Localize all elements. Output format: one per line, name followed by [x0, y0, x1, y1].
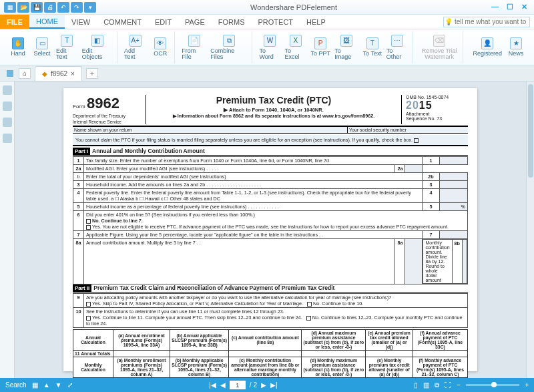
search-panel-icon[interactable] — [3, 118, 12, 127]
line2b-box[interactable] — [439, 173, 467, 181]
hand-tool[interactable]: ✋Hand — [8, 37, 28, 57]
tab-comment[interactable]: COMMENT — [97, 15, 148, 29]
line5-box[interactable]: % — [439, 203, 467, 211]
cell-11d[interactable] — [302, 351, 366, 357]
tell-me-input[interactable] — [443, 17, 530, 27]
cell-11c[interactable] — [229, 351, 302, 357]
close-tab-icon[interactable]: × — [71, 70, 75, 77]
from-file-button[interactable]: 📄From File — [182, 35, 206, 60]
part1-title: Annual and Monthly Contribution Amount — [92, 148, 205, 154]
line8b-box[interactable] — [463, 240, 467, 284]
zoom-out-button[interactable]: − — [457, 381, 461, 389]
ocr-button[interactable]: 👁OCR — [150, 37, 170, 57]
prev-page-button[interactable]: ◀ — [220, 381, 226, 389]
file-menu[interactable]: FILE — [0, 15, 29, 29]
edit-text-tool[interactable]: TEdit Text — [56, 35, 78, 60]
line10-no-checkbox[interactable] — [306, 316, 311, 321]
cell-11b[interactable] — [170, 351, 229, 357]
qat-more-icon[interactable]: ▾ — [84, 2, 96, 13]
combine-files-button[interactable]: ⧉Combine Files — [210, 35, 248, 60]
to-image-button[interactable]: 🖼To Image — [334, 35, 358, 60]
view-fullscreen-icon[interactable]: ⛶ — [445, 381, 451, 389]
to-ppt-button[interactable]: PTo PPT — [310, 37, 330, 57]
tab-page[interactable]: PAGE — [178, 15, 212, 29]
edit-text-label: Edit Text — [56, 48, 78, 60]
add-text-button[interactable]: A+Add Text — [124, 35, 146, 60]
view-single-icon[interactable]: ▯ — [414, 381, 418, 389]
minimize-button[interactable]: — — [491, 3, 499, 11]
line7-box[interactable] — [439, 231, 467, 239]
tab-protect[interactable]: PROTECT — [252, 15, 300, 29]
nav-down-icon[interactable]: ▼ — [55, 381, 62, 389]
attachments-icon[interactable] — [3, 134, 12, 143]
tab-edit[interactable]: EDIT — [148, 15, 178, 29]
close-button[interactable]: ✕ — [521, 3, 527, 11]
qat-redo-icon[interactable]: ↷ — [71, 2, 83, 13]
to-other-button[interactable]: ⋯To Other — [386, 35, 409, 60]
form-number: 8962 — [87, 95, 119, 112]
scrollbar-thumb[interactable] — [528, 84, 533, 178]
nav-grid-icon[interactable]: ▦ — [32, 381, 38, 389]
col-d: (d) Annual maximum premium assistance (s… — [302, 330, 366, 351]
qat-print-icon[interactable]: 🖨 — [44, 2, 56, 13]
new-tab-button[interactable]: + — [86, 68, 98, 79]
line4-box[interactable] — [439, 189, 467, 203]
to-excel-button[interactable]: XTo Excel — [284, 35, 306, 60]
line6-no-checkbox[interactable] — [86, 219, 91, 224]
cell-11e[interactable] — [366, 351, 413, 357]
line9-yes-checkbox[interactable] — [86, 302, 91, 307]
maximize-button[interactable]: ☐ — [507, 3, 513, 11]
view-facing-icon[interactable]: ⧉ — [435, 381, 439, 389]
view-continuous-icon[interactable]: ▥ — [423, 381, 429, 389]
ribbon-group-account: 👤Registered ★News — [469, 31, 530, 63]
document-tab[interactable]: ◆ f8962 × — [35, 66, 82, 81]
watermark-icon: ⌫ — [433, 35, 445, 47]
line10-yes-checkbox[interactable] — [86, 316, 91, 321]
line8a-box[interactable] — [405, 239, 423, 284]
zoom-in-button[interactable]: + — [525, 381, 529, 389]
to-image-label: To Image — [334, 48, 358, 60]
tab-forms[interactable]: FORMS — [212, 15, 252, 29]
page-canvas[interactable]: Form 8962 Department of the Treasury Int… — [15, 81, 526, 378]
next-page-button[interactable]: ▶ — [261, 381, 266, 389]
line1-box[interactable] — [439, 157, 467, 165]
qat-new-icon[interactable]: ▦ — [4, 2, 16, 13]
qat-undo-icon[interactable]: ↶ — [57, 2, 69, 13]
cell-11a[interactable] — [113, 351, 170, 357]
nav-expand-icon[interactable]: ⤢ — [67, 381, 73, 389]
vertical-scrollbar[interactable] — [526, 81, 534, 378]
remove-watermark-button[interactable]: ⌫Remove Trial Watermark — [420, 35, 459, 60]
first-page-button[interactable]: |◀ — [209, 381, 216, 389]
select-tool[interactable]: ▭Select — [32, 37, 52, 57]
line3-box[interactable] — [439, 181, 467, 189]
page-number-input[interactable] — [230, 381, 246, 389]
line3-text: Household income. Add the amounts on lin… — [84, 181, 423, 189]
thumbnails-icon[interactable] — [3, 85, 12, 95]
line6-yes-checkbox[interactable] — [86, 225, 91, 230]
to-text-button[interactable]: TTo Text — [362, 37, 382, 57]
tab-home[interactable]: HOME — [29, 15, 65, 29]
to-ppt-label: To PPT — [310, 51, 330, 57]
col-md: (d) Monthly maximum premium assistance (… — [302, 357, 366, 378]
line2a-box[interactable] — [405, 165, 423, 173]
qat-save-icon[interactable]: 💾 — [31, 2, 43, 13]
last-page-button[interactable]: ▶| — [270, 381, 278, 389]
col-mc: (c) Monthly contribution amount (amount … — [229, 357, 302, 378]
home-tab-icon[interactable]: ⌂ — [19, 68, 31, 79]
line9-no-checkbox[interactable] — [307, 302, 312, 307]
zoom-slider[interactable] — [466, 384, 519, 386]
qat-open-icon[interactable]: 📂 — [17, 2, 29, 13]
bookmarks-icon[interactable] — [3, 102, 12, 111]
news-button[interactable]: ★News — [506, 37, 526, 57]
to-word-button[interactable]: WTo Word — [259, 35, 280, 60]
cell-11f[interactable] — [413, 351, 467, 357]
ssn-label: Your social security number — [348, 127, 468, 133]
edit-objects-tool[interactable]: ◧Edit Objects — [82, 35, 113, 60]
exception-checkbox[interactable] — [414, 138, 419, 143]
status-search[interactable]: Search — [5, 381, 27, 389]
tab-help[interactable]: HELP — [300, 15, 332, 29]
registered-button[interactable]: 👤Registered — [473, 37, 502, 57]
tab-view[interactable]: VIEW — [65, 15, 97, 29]
zoom-slider-handle[interactable] — [491, 382, 497, 387]
nav-up-icon[interactable]: ▲ — [43, 381, 50, 389]
